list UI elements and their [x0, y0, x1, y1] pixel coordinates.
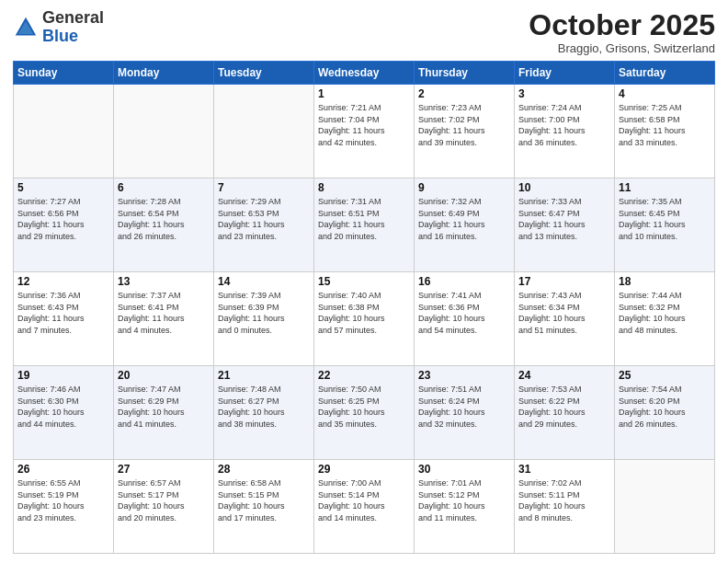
day-info: Sunrise: 7:28 AM Sunset: 6:54 PM Dayligh… — [118, 196, 210, 242]
calendar-cell: 20Sunrise: 7:47 AM Sunset: 6:29 PM Dayli… — [114, 366, 214, 460]
calendar-week-row: 12Sunrise: 7:36 AM Sunset: 6:43 PM Dayli… — [14, 272, 715, 366]
day-number: 5 — [17, 181, 109, 194]
logo-text: General Blue — [42, 9, 104, 46]
day-info: Sunrise: 7:25 AM Sunset: 6:58 PM Dayligh… — [619, 102, 711, 148]
day-info: Sunrise: 7:31 AM Sunset: 6:51 PM Dayligh… — [318, 196, 410, 242]
day-number: 2 — [418, 87, 510, 100]
day-number: 15 — [318, 275, 410, 288]
calendar-cell: 25Sunrise: 7:54 AM Sunset: 6:20 PM Dayli… — [615, 366, 715, 460]
calendar-cell: 31Sunrise: 7:02 AM Sunset: 5:11 PM Dayli… — [515, 460, 615, 554]
day-info: Sunrise: 7:00 AM Sunset: 5:14 PM Dayligh… — [318, 477, 410, 523]
calendar-cell: 18Sunrise: 7:44 AM Sunset: 6:32 PM Dayli… — [615, 272, 715, 366]
day-info: Sunrise: 7:41 AM Sunset: 6:36 PM Dayligh… — [418, 290, 510, 336]
calendar-cell: 10Sunrise: 7:33 AM Sunset: 6:47 PM Dayli… — [515, 178, 615, 272]
calendar-cell — [214, 85, 314, 178]
day-number: 10 — [518, 181, 610, 194]
calendar-cell: 26Sunrise: 6:55 AM Sunset: 5:19 PM Dayli… — [14, 460, 114, 554]
weekday-header: Sunday — [14, 62, 114, 85]
day-info: Sunrise: 7:37 AM Sunset: 6:41 PM Dayligh… — [118, 290, 210, 336]
calendar-cell: 23Sunrise: 7:51 AM Sunset: 6:24 PM Dayli… — [415, 366, 515, 460]
calendar-cell: 27Sunrise: 6:57 AM Sunset: 5:17 PM Dayli… — [114, 460, 214, 554]
calendar-cell: 21Sunrise: 7:48 AM Sunset: 6:27 PM Dayli… — [214, 366, 314, 460]
title-block: October 2025 Braggio, Grisons, Switzerla… — [529, 9, 715, 55]
calendar-cell: 5Sunrise: 7:27 AM Sunset: 6:56 PM Daylig… — [14, 178, 114, 272]
day-info: Sunrise: 7:32 AM Sunset: 6:49 PM Dayligh… — [418, 196, 510, 242]
day-number: 23 — [418, 369, 510, 382]
day-info: Sunrise: 7:23 AM Sunset: 7:02 PM Dayligh… — [418, 102, 510, 148]
day-number: 26 — [17, 463, 109, 476]
day-info: Sunrise: 7:46 AM Sunset: 6:30 PM Dayligh… — [17, 384, 109, 430]
day-info: Sunrise: 7:48 AM Sunset: 6:27 PM Dayligh… — [218, 384, 310, 430]
day-number: 1 — [318, 87, 410, 100]
day-info: Sunrise: 6:57 AM Sunset: 5:17 PM Dayligh… — [118, 477, 210, 523]
day-info: Sunrise: 7:50 AM Sunset: 6:25 PM Dayligh… — [318, 384, 410, 430]
day-info: Sunrise: 7:27 AM Sunset: 6:56 PM Dayligh… — [17, 196, 109, 242]
logo: General Blue — [13, 9, 104, 46]
day-number: 19 — [17, 369, 109, 382]
day-info: Sunrise: 7:21 AM Sunset: 7:04 PM Dayligh… — [318, 102, 410, 148]
calendar-cell: 1Sunrise: 7:21 AM Sunset: 7:04 PM Daylig… — [314, 85, 415, 178]
day-info: Sunrise: 7:40 AM Sunset: 6:38 PM Dayligh… — [318, 290, 410, 336]
weekday-header: Thursday — [415, 62, 515, 85]
day-number: 8 — [318, 181, 410, 194]
day-number: 3 — [518, 87, 610, 100]
calendar-week-row: 5Sunrise: 7:27 AM Sunset: 6:56 PM Daylig… — [14, 178, 715, 272]
day-number: 12 — [17, 275, 109, 288]
calendar-cell: 4Sunrise: 7:25 AM Sunset: 6:58 PM Daylig… — [615, 85, 715, 178]
calendar-cell: 29Sunrise: 7:00 AM Sunset: 5:14 PM Dayli… — [314, 460, 415, 554]
logo-general: General — [42, 8, 104, 27]
calendar-table: SundayMondayTuesdayWednesdayThursdayFrid… — [13, 61, 715, 554]
calendar-cell: 30Sunrise: 7:01 AM Sunset: 5:12 PM Dayli… — [415, 460, 515, 554]
calendar-cell: 11Sunrise: 7:35 AM Sunset: 6:45 PM Dayli… — [615, 178, 715, 272]
day-info: Sunrise: 7:44 AM Sunset: 6:32 PM Dayligh… — [619, 290, 711, 336]
day-number: 17 — [518, 275, 610, 288]
day-info: Sunrise: 7:36 AM Sunset: 6:43 PM Dayligh… — [17, 290, 109, 336]
calendar-cell: 15Sunrise: 7:40 AM Sunset: 6:38 PM Dayli… — [314, 272, 415, 366]
weekday-header: Monday — [114, 62, 214, 85]
day-number: 30 — [418, 463, 510, 476]
calendar-cell: 6Sunrise: 7:28 AM Sunset: 6:54 PM Daylig… — [114, 178, 214, 272]
day-info: Sunrise: 7:02 AM Sunset: 5:11 PM Dayligh… — [518, 477, 610, 523]
day-info: Sunrise: 7:39 AM Sunset: 6:39 PM Dayligh… — [218, 290, 310, 336]
calendar-cell — [114, 85, 214, 178]
day-info: Sunrise: 7:51 AM Sunset: 6:24 PM Dayligh… — [418, 384, 510, 430]
day-number: 4 — [619, 87, 711, 100]
day-number: 7 — [218, 181, 310, 194]
calendar-cell: 14Sunrise: 7:39 AM Sunset: 6:39 PM Dayli… — [214, 272, 314, 366]
day-number: 29 — [318, 463, 410, 476]
calendar-cell: 7Sunrise: 7:29 AM Sunset: 6:53 PM Daylig… — [214, 178, 314, 272]
calendar-cell: 12Sunrise: 7:36 AM Sunset: 6:43 PM Dayli… — [14, 272, 114, 366]
calendar-cell: 22Sunrise: 7:50 AM Sunset: 6:25 PM Dayli… — [314, 366, 415, 460]
day-info: Sunrise: 7:35 AM Sunset: 6:45 PM Dayligh… — [619, 196, 711, 242]
calendar-cell: 28Sunrise: 6:58 AM Sunset: 5:15 PM Dayli… — [214, 460, 314, 554]
weekday-header-row: SundayMondayTuesdayWednesdayThursdayFrid… — [14, 62, 715, 85]
weekday-header: Friday — [515, 62, 615, 85]
day-number: 25 — [619, 369, 711, 382]
day-number: 14 — [218, 275, 310, 288]
location: Braggio, Grisons, Switzerland — [529, 41, 715, 55]
calendar-cell: 2Sunrise: 7:23 AM Sunset: 7:02 PM Daylig… — [415, 85, 515, 178]
day-number: 31 — [518, 463, 610, 476]
calendar-week-row: 19Sunrise: 7:46 AM Sunset: 6:30 PM Dayli… — [14, 366, 715, 460]
day-number: 24 — [518, 369, 610, 382]
day-number: 11 — [619, 181, 711, 194]
logo-icon — [13, 15, 39, 40]
calendar-cell: 19Sunrise: 7:46 AM Sunset: 6:30 PM Dayli… — [14, 366, 114, 460]
day-number: 20 — [118, 369, 210, 382]
day-info: Sunrise: 7:53 AM Sunset: 6:22 PM Dayligh… — [518, 384, 610, 430]
day-info: Sunrise: 6:58 AM Sunset: 5:15 PM Dayligh… — [218, 477, 310, 523]
header: General Blue October 2025 Braggio, Griso… — [13, 9, 715, 55]
day-info: Sunrise: 7:24 AM Sunset: 7:00 PM Dayligh… — [518, 102, 610, 148]
logo-blue: Blue — [42, 27, 78, 45]
calendar-cell: 17Sunrise: 7:43 AM Sunset: 6:34 PM Dayli… — [515, 272, 615, 366]
calendar-cell: 13Sunrise: 7:37 AM Sunset: 6:41 PM Dayli… — [114, 272, 214, 366]
weekday-header: Saturday — [615, 62, 715, 85]
calendar-cell: 8Sunrise: 7:31 AM Sunset: 6:51 PM Daylig… — [314, 178, 415, 272]
calendar-cell: 9Sunrise: 7:32 AM Sunset: 6:49 PM Daylig… — [415, 178, 515, 272]
day-info: Sunrise: 6:55 AM Sunset: 5:19 PM Dayligh… — [17, 477, 109, 523]
day-info: Sunrise: 7:33 AM Sunset: 6:47 PM Dayligh… — [518, 196, 610, 242]
day-number: 28 — [218, 463, 310, 476]
page: General Blue October 2025 Braggio, Griso… — [0, 0, 728, 563]
day-number: 21 — [218, 369, 310, 382]
month-title: October 2025 — [529, 9, 715, 41]
